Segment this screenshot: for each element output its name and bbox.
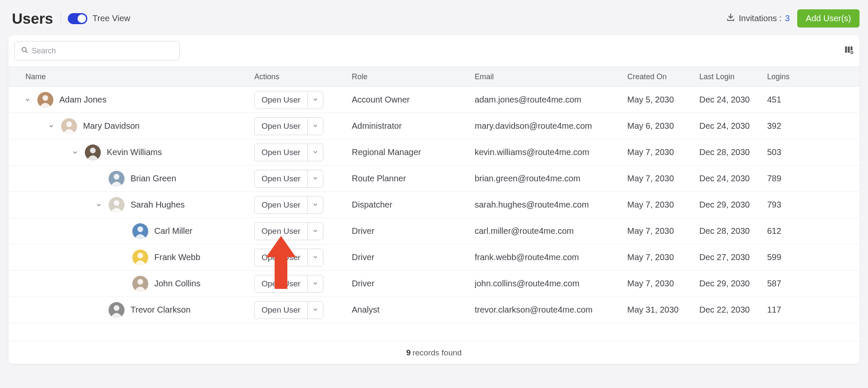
table-row[interactable]: Kevin WilliamsOpen UserRegional Managerk… [8, 139, 860, 166]
cell-created: May 5, 2030 [627, 95, 699, 105]
svg-point-11 [90, 147, 95, 153]
cell-last-login: Dec 28, 2030 [699, 226, 767, 236]
open-user-button[interactable]: Open User [255, 249, 308, 266]
cell-logins: 451 [767, 95, 818, 105]
row-actions-dropdown[interactable] [308, 223, 323, 240]
cell-last-login: Dec 24, 2030 [699, 174, 767, 183]
avatar [132, 223, 148, 239]
open-user-button[interactable]: Open User [255, 302, 308, 319]
cell-logins: 612 [767, 226, 818, 236]
avatar [108, 171, 125, 187]
cell-last-login: Dec 22, 2030 [699, 305, 767, 315]
table-row[interactable]: Trevor ClarksonOpen UserAnalysttrevor.cl… [8, 297, 860, 323]
row-actions-dropdown[interactable] [308, 91, 323, 108]
svg-point-7 [42, 95, 48, 100]
chevron-down-icon [312, 305, 318, 315]
table-row[interactable]: John CollinsOpen UserDriverjohn.collins@… [8, 271, 860, 297]
open-user-button[interactable]: Open User [255, 118, 308, 135]
svg-point-13 [114, 174, 119, 179]
table-row[interactable]: Adam JonesOpen UserAccount Owneradam.jon… [8, 87, 860, 113]
cell-created: May 6, 2030 [627, 121, 699, 131]
search-input[interactable] [32, 47, 173, 55]
chevron-down-icon [312, 121, 318, 131]
invitations-count: 3 [785, 14, 790, 23]
cell-logins: 793 [767, 200, 818, 210]
svg-point-17 [137, 226, 143, 232]
svg-point-9 [66, 121, 72, 127]
cell-email: adam.jones@route4me.com [475, 95, 627, 105]
chevron-down-icon [312, 200, 318, 210]
cell-role: Driver [352, 226, 475, 236]
row-actions-dropdown[interactable] [308, 275, 323, 292]
table-row[interactable]: Mary DavidsonOpen UserAdministratormary.… [8, 113, 860, 139]
chevron-down-icon [312, 147, 318, 157]
divider [61, 13, 61, 25]
open-user-button[interactable]: Open User [255, 197, 308, 213]
cell-created: May 7, 2030 [627, 252, 699, 262]
cell-email: kevin.williams@route4me.com [475, 147, 627, 157]
open-user-button[interactable]: Open User [255, 170, 308, 187]
expand-chevron-icon[interactable] [47, 123, 55, 129]
page-title: Users [12, 10, 53, 27]
cell-created: May 31, 2030 [627, 305, 699, 315]
table-row[interactable]: Frank WebbOpen UserDriverfrank.webb@rout… [8, 244, 860, 271]
col-header-logins[interactable]: Logins [767, 72, 818, 81]
cell-email: carl.miller@route4me.com [475, 226, 627, 236]
expand-chevron-icon[interactable] [24, 97, 31, 103]
invitations-link[interactable]: Invitations : 3 [726, 13, 790, 24]
col-header-name[interactable]: Name [8, 72, 254, 81]
cell-email: john.collins@route4me.com [475, 279, 627, 288]
row-actions-dropdown[interactable] [308, 197, 323, 213]
tree-view-toggle[interactable] [68, 13, 87, 24]
expand-chevron-icon[interactable] [71, 150, 79, 155]
row-actions-dropdown[interactable] [308, 302, 323, 319]
cell-last-login: Dec 27, 2030 [699, 252, 767, 262]
chevron-down-icon [312, 226, 318, 236]
invitations-label: Invitations : [739, 14, 782, 23]
columns-settings-button[interactable] [844, 45, 854, 57]
cell-logins: 587 [767, 279, 818, 288]
user-name: Carl Miller [154, 226, 192, 236]
chevron-down-icon [312, 252, 318, 262]
download-icon [726, 13, 735, 24]
cell-last-login: Dec 24, 2030 [699, 95, 767, 105]
cell-email: trevor.clarkson@route4me.com [475, 305, 627, 315]
col-header-email[interactable]: Email [475, 72, 627, 81]
avatar [85, 144, 101, 161]
open-user-button[interactable]: Open User [255, 275, 308, 292]
cell-email: frank.webb@route4me.com [475, 252, 627, 262]
user-name: Brian Green [131, 174, 176, 183]
col-header-role[interactable]: Role [352, 72, 475, 81]
open-user-button[interactable]: Open User [255, 223, 308, 240]
col-header-actions[interactable]: Actions [254, 72, 352, 81]
cell-role: Administrator [352, 121, 475, 131]
cell-logins: 392 [767, 121, 818, 131]
row-actions-dropdown[interactable] [308, 249, 323, 266]
open-user-button[interactable]: Open User [255, 91, 308, 108]
add-user-button[interactable]: Add User(s) [797, 9, 860, 28]
user-name: Kevin Williams [107, 147, 162, 157]
row-actions-dropdown[interactable] [308, 118, 323, 135]
chevron-down-icon [312, 174, 318, 183]
col-header-created[interactable]: Created On [627, 72, 699, 81]
cell-role: Route Planner [352, 174, 475, 183]
chevron-down-icon [312, 279, 318, 288]
table-row[interactable]: Sarah HughesOpen UserDispatchersarah.hug… [8, 192, 860, 218]
table-row[interactable]: Brian GreenOpen UserRoute Plannerbrian.g… [8, 166, 860, 192]
cell-role: Analyst [352, 305, 475, 315]
table-row[interactable]: Carl MillerOpen UserDrivercarl.miller@ro… [8, 218, 860, 244]
cell-last-login: Dec 29, 2030 [699, 279, 767, 288]
user-name: Frank Webb [154, 252, 200, 262]
expand-chevron-icon[interactable] [95, 202, 103, 208]
avatar [132, 249, 148, 266]
table-header: Name Actions Role Email Created On Last … [8, 67, 860, 87]
cell-email: brian.green@route4me.com [475, 174, 627, 183]
row-actions-dropdown[interactable] [308, 170, 323, 187]
cell-email: sarah.hughes@route4me.com [475, 200, 627, 210]
record-count: 9 [406, 348, 411, 358]
cell-role: Account Owner [352, 95, 475, 105]
open-user-button[interactable]: Open User [255, 144, 308, 161]
col-header-login[interactable]: Last Login [699, 72, 767, 81]
row-actions-dropdown[interactable] [308, 144, 323, 161]
search-box[interactable] [14, 41, 180, 61]
